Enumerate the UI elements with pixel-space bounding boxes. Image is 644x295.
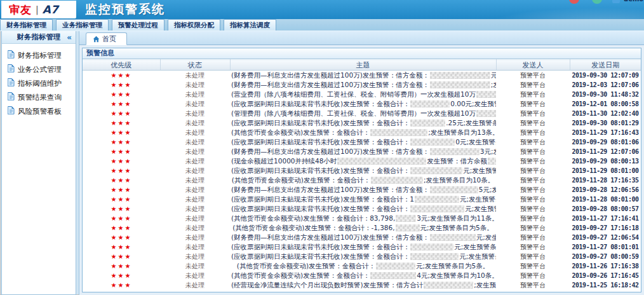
module-tab[interactable]: 指标权限分配: [168, 19, 220, 31]
subject-text: (财务费用—利息支出借方发生额超过100万)发生预警：借方金额：: [231, 71, 429, 79]
alert-row[interactable]: ★★★未处理(其他货币资金余额变动)发生预警：金额合计：4元;发生预警条目为10…: [83, 271, 641, 280]
redacted-amount: [376, 263, 415, 270]
module-tab[interactable]: 指标算法调度: [224, 19, 276, 31]
priority-stars: ★★★: [83, 204, 160, 214]
subject-text: ;发生预警条目为3条。: [491, 81, 496, 88]
redacted-amount: [424, 282, 473, 289]
alert-row[interactable]: ★★★未处理(其他货币资金余额变动)发生预警：金额合计：;发生预警条目为13条。…: [83, 128, 641, 137]
alert-row[interactable]: ★★★未处理(财务费用—利息支出借方发生额超过100万)发生预警：借方金额：元;…: [83, 233, 641, 242]
alert-row[interactable]: ★★★未处理(应收票据到期日未贴现未背书未托收)发生预警：金额合计：.25元;发…: [83, 118, 641, 128]
alert-row[interactable]: ★★★未处理(财务费用—利息支出借方发生额超过100万)发生预警：借方金额：3元…: [83, 147, 641, 156]
alert-row[interactable]: ★★★未处理(应收票据到期日未贴现未背书未托收)发生预警：金额合计：0.00元;…: [83, 99, 641, 109]
red-status-icon[interactable]: [569, 0, 579, 4]
date-cell: 2019-09-30 12:07:09: [570, 71, 641, 81]
module-tab[interactable]: 财务指标管理: [0, 19, 53, 31]
sidebar-item[interactable]: 财务指标管理: [8, 48, 76, 62]
blue-app-icon[interactable]: [612, 0, 620, 3]
module-tab[interactable]: 预警处理过程: [112, 19, 164, 31]
sidebar-item[interactable]: 指标阈值维护: [8, 76, 76, 90]
subject-text: 3元;发生预警条目为1条。: [480, 148, 496, 155]
redacted-amount: [430, 72, 490, 79]
status-cell: 未处理: [160, 233, 230, 242]
date-cell: 2019-09-27 12:06:54: [570, 233, 641, 242]
redacted-amount: [370, 129, 427, 136]
status-cell: 未处理: [160, 271, 230, 280]
alert-table-body: ★★★未处理(财务费用—利息支出借方发生额超过100万)发生预警：借方金额：元;…: [83, 71, 641, 291]
priority-stars: ★★★: [83, 252, 160, 261]
sender-cell: 预警平台: [496, 137, 570, 147]
subject-text: 发生预警：借方余额: [427, 157, 487, 165]
subject-text: (应收票据到期日未贴现未背书未托收)发生预警：金额合计：1: [231, 195, 414, 203]
subject-cell: (财务费用—利息支出借方发生额超过100万)发生预警：借方金额：5元;发生预警条…: [230, 185, 496, 195]
status-cell: 未处理: [160, 90, 230, 99]
status-cell: 未处理: [160, 214, 230, 223]
sender-cell: 预警平台: [496, 261, 570, 271]
alert-row[interactable]: ★★★未处理(管理费用（除八项考核细费用、工资社保、税金、附销等费用）一次发生额…: [83, 109, 641, 118]
subject-text: (其他货币资金余额变动)发生预警：金额合计：83,798,: [231, 214, 395, 222]
sender-cell: 预警平台: [496, 252, 570, 261]
subject-text: (应收票据到期日未贴现未背书未托收)发生预警：金额合计：: [231, 205, 410, 212]
app-header: 审友 | A7 监控预警系统 demo01: [0, 0, 644, 19]
column-header: 发送日期: [570, 60, 641, 71]
date-cell: 2019-11-25 16:18:42: [570, 280, 641, 290]
subject-text: (应收票据到期日未贴现未背书未托收)发生预警：金额合计：: [231, 119, 410, 127]
subject-text: 3元;发生预警条目为11条。: [417, 214, 496, 222]
date-cell: 2019-11-30 12:02:40: [570, 109, 641, 118]
alert-row[interactable]: ★★★未处理(其他货币资金余额变动)发生预警：金额合计：;发生预警条目为10条。…: [83, 175, 641, 185]
redacted-amount: [396, 215, 416, 222]
date-cell: 2019-11-27 08:01:01: [570, 242, 641, 252]
subject-cell: (经营现金净流量连续六个月出现负数时预警)发生预警：借方合计;发生预警条目为8条…: [230, 280, 496, 290]
alert-row[interactable]: ★★★未处理(经营现金净流量连续六个月出现负数时预警)发生预警：借方合计;发生预…: [83, 280, 641, 290]
alert-row[interactable]: ★★★未处理(财务费用—利息支出借方发生额超过100万)发生预警：借方金额：;发…: [83, 80, 641, 90]
status-cell: 未处理: [160, 204, 230, 214]
subject-cell: (其他货币资金余额变动)发生预警：金额合计：;发生预警条目为13条。: [230, 128, 496, 137]
alert-row[interactable]: ★★★未处理(应收票据到期日未贴现未背书未托收)发生预警：金额合计：元;发生预警…: [83, 166, 641, 175]
alert-row[interactable]: ★★★未处理(财务费用—利息支出借方发生额超过100万)发生预警：借方金额：元;…: [83, 71, 641, 81]
subject-text: 元;发生预警条目为3条。: [454, 243, 496, 250]
alert-row[interactable]: ★★★未处理(现金余额超过10000并持续48小时发生预警：借方余额4元;发生预…: [83, 156, 641, 166]
redacted-amount: [430, 186, 478, 193]
subject-text: (现金余额超过10000并持续48小时: [231, 157, 337, 165]
status-cell: 未处理: [160, 147, 230, 156]
subject-text: (其他货币资金余额变动)发生预警：金额合计：-1,386,: [232, 224, 394, 231]
alert-row[interactable]: ★★★未处理(其他货币资金余额变动)发生预警：金额合计：83,798,3元;发生…: [83, 214, 641, 223]
redacted-amount: [476, 110, 496, 117]
sidebar-item[interactable]: 风险预警看板: [8, 104, 76, 118]
status-cell: 未处理: [160, 71, 230, 81]
app-window: 审友 | A7 监控预警系统 demo01 财务指标管理业务指标管理预警处理过程…: [0, 0, 644, 295]
tab-home[interactable]: 首页: [86, 32, 127, 45]
alert-row[interactable]: ★★★未处理(应收票据到期日未贴现未背书未托收)发生预警：金额合计：元;发生预警…: [83, 242, 641, 252]
subject-cell: (应收票据到期日未贴现未背书未托收)发生预警：金额合计：元;发生预警条目为3条。: [230, 242, 496, 252]
alert-row[interactable]: ★★★未处理(应收票据到期日未贴现未背书未托收)发生预警：金额合计：元;发生预警…: [83, 252, 641, 261]
alert-row[interactable]: ★★★未处理(其他货币资金余额变动)发生预警：金额合计：元;发生预警条目为5条。…: [83, 261, 641, 271]
table-header-row: 优先级状态主题发送人发送日期: [83, 60, 641, 71]
priority-stars: ★★★: [83, 109, 160, 118]
sender-cell: 预警平台: [496, 271, 570, 280]
sender-cell: 预警平台: [496, 109, 570, 118]
subject-cell: (应收票据到期日未贴现未背书未托收)发生预警：金额合计：0.00元;发生预警条目…: [230, 99, 496, 109]
priority-stars: ★★★: [83, 80, 160, 90]
alert-row[interactable]: ★★★未处理(应收票据到期日未贴现未背书未托收)发生预警：金额合计：元;发生预警…: [83, 204, 641, 214]
logo: 审友 | A7: [1, 1, 76, 18]
sidebar-item[interactable]: 业务公式管理: [8, 62, 76, 76]
sender-cell: 预警平台: [496, 71, 570, 81]
sender-cell: 预警平台: [496, 280, 570, 290]
alert-row[interactable]: ★★★未处理(财务费用—利息支出借方发生额超过100万)发生预警：借方金额：5元…: [83, 185, 641, 195]
redacted-amount: [410, 167, 462, 174]
redacted-amount: [410, 139, 455, 146]
alert-row[interactable]: ★★★未处理(应收票据到期日未贴现未背书未托收)发生预警：金额合计：0元;发生预…: [83, 137, 641, 147]
date-cell: 2019-09-28 08:00:57: [570, 204, 641, 214]
date-cell: 2019-09-28 12:06:56: [570, 185, 641, 195]
sidebar-collapse-icon[interactable]: «: [67, 33, 72, 42]
date-cell: 2019-11-29 12:07:06: [570, 147, 641, 156]
priority-stars: ★★★: [83, 271, 160, 280]
sidebar-item[interactable]: 预警结果查询: [8, 90, 76, 104]
alert-row[interactable]: ★★★未处理(其他货币资金余额变动)发生预警：金额合计：-1,386,元;发生预…: [83, 223, 641, 233]
date-cell: 2019-11-28 17:16:35: [570, 175, 641, 185]
redacted-amount: [476, 91, 496, 98]
module-tab[interactable]: 业务指标管理: [56, 19, 109, 31]
green-status-icon[interactable]: [592, 0, 602, 4]
alert-row[interactable]: ★★★未处理(应收票据到期日未贴现未背书未托收)发生预警：金额合计：1元;发生预…: [83, 195, 641, 204]
alert-row[interactable]: ★★★未处理(营业费用（除八项考核细费用、工资社保、税金、附销等费用）一次发生额…: [83, 90, 641, 99]
document-icon: [8, 106, 15, 116]
